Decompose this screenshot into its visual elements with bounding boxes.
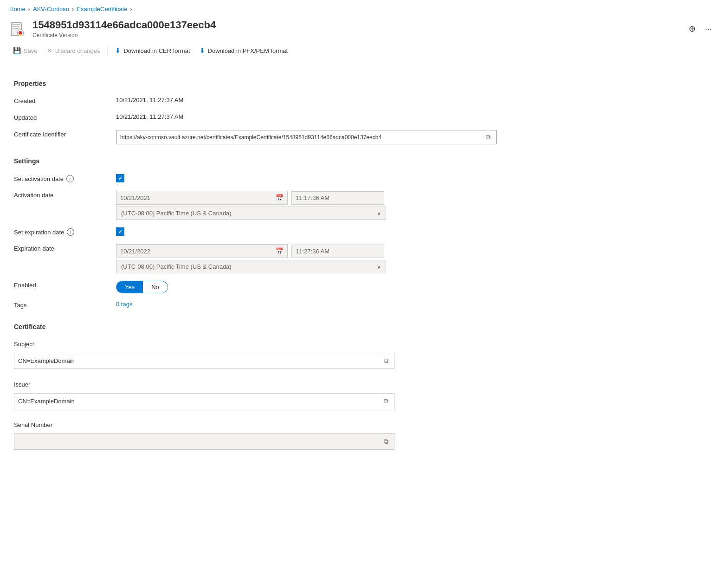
- copy-serial-button[interactable]: ⧉: [382, 437, 390, 446]
- breadcrumb-sep-2: ›: [72, 6, 74, 13]
- save-button[interactable]: 💾 Save: [9, 44, 41, 57]
- svg-rect-2: [12, 26, 19, 27]
- breadcrumb-akv[interactable]: AKV-Contoso: [33, 6, 69, 13]
- breadcrumb-sep-1: ›: [28, 6, 30, 13]
- settings-section-header: Settings: [14, 157, 543, 165]
- activation-date-row: Activation date 10/21/2021 📅 11:17:36 AM…: [14, 187, 543, 224]
- header-title-block: 1548951d93114e66adca000e137eecb4 Certifi…: [32, 19, 680, 39]
- expiration-calendar-icon: 📅: [276, 247, 284, 255]
- activation-date-field-label: Activation date: [14, 191, 116, 199]
- subject-input: CN=ExampleDomain ⧉: [14, 353, 394, 369]
- expiration-date-checkbox[interactable]: [116, 227, 124, 236]
- breadcrumb: Home › AKV-Contoso › ExampleCertificate …: [0, 0, 723, 15]
- expiration-date-input[interactable]: 10/21/2022 📅: [116, 244, 288, 258]
- subject-label: Subject: [14, 340, 116, 348]
- toolbar: 💾 Save ✕ Discard changes ⬇ Download in C…: [0, 40, 723, 61]
- activation-time-val: 11:17:36 AM: [296, 194, 329, 201]
- svg-rect-3: [12, 28, 19, 29]
- activation-date-input[interactable]: 10/21/2021 📅: [116, 191, 288, 205]
- toolbar-divider: [107, 46, 108, 55]
- expiration-timezone-select[interactable]: (UTC-08:00) Pacific Time (US & Canada) ∨: [116, 260, 386, 273]
- issuer-row: Issuer: [14, 376, 543, 393]
- activation-calendar-icon: 📅: [276, 194, 284, 201]
- cert-identifier-value: https://akv-contoso.vault.azure.net/cert…: [116, 130, 543, 144]
- more-button[interactable]: ···: [703, 22, 714, 36]
- activation-timezone-select[interactable]: (UTC-08:00) Pacific Time (US & Canada) ∨: [116, 207, 386, 220]
- tags-row: Tags 0 tags: [14, 297, 543, 314]
- subject-input-val: CN=ExampleDomain: [18, 357, 382, 364]
- activation-date-checkbox[interactable]: [116, 174, 124, 182]
- subject-input-container: CN=ExampleDomain ⧉: [14, 353, 394, 369]
- updated-label: Updated: [14, 113, 116, 121]
- serial-number-row: Serial Number: [14, 417, 543, 433]
- issuer-label: Issuer: [14, 380, 116, 388]
- page-title: 1548951d93114e66adca000e137eecb4: [32, 19, 680, 31]
- expiration-date-field-label: Expiration date: [14, 244, 116, 252]
- created-label: Created: [14, 97, 116, 104]
- tags-label: Tags: [14, 301, 116, 309]
- identifier-input: https://akv-contoso.vault.azure.net/cert…: [116, 130, 497, 144]
- properties-section-header: Properties: [14, 80, 543, 87]
- updated-value: 10/21/2021, 11:27:37 AM: [116, 113, 543, 120]
- serial-number-label: Serial Number: [14, 420, 116, 428]
- expiration-date-info-icon[interactable]: i: [67, 228, 74, 236]
- set-expiration-date-label: Set expiration date i: [14, 227, 116, 236]
- save-icon: 💾: [13, 47, 21, 54]
- expiration-time-input[interactable]: 11:27:36 AM: [291, 245, 384, 258]
- expiration-timezone-label: (UTC-08:00) Pacific Time (US & Canada): [121, 263, 377, 270]
- identifier-url: https://akv-contoso.vault.azure.net/cert…: [120, 134, 484, 141]
- cert-identifier-label: Certificate Identifier: [14, 130, 116, 138]
- copy-issuer-button[interactable]: ⧉: [382, 396, 390, 406]
- discard-label: Discard changes: [55, 47, 100, 54]
- breadcrumb-home[interactable]: Home: [9, 6, 26, 13]
- subject-row: Subject: [14, 336, 543, 353]
- activation-timezone-chevron: ∨: [377, 210, 381, 217]
- activation-date-info-icon[interactable]: i: [66, 175, 74, 182]
- expiration-date-row-inputs: 10/21/2022 📅 11:27:36 AM: [116, 244, 497, 258]
- certificate-section-header: Certificate: [14, 323, 543, 330]
- copy-identifier-button[interactable]: ⧉: [484, 132, 492, 142]
- discard-icon: ✕: [47, 47, 52, 54]
- activation-date-row-inputs: 10/21/2021 📅 11:17:36 AM: [116, 191, 497, 205]
- content-area: Properties Created 10/21/2021, 11:27:37 …: [0, 61, 557, 463]
- tags-link[interactable]: 0 tags: [116, 301, 132, 308]
- save-label: Save: [24, 47, 38, 54]
- created-row: Created 10/21/2021, 11:27:37 AM: [14, 93, 543, 110]
- set-expiration-date-row: Set expiration date i: [14, 224, 543, 240]
- enabled-toggle-control[interactable]: Yes No: [116, 281, 168, 293]
- breadcrumb-sep-3: ›: [130, 6, 132, 13]
- created-value: 10/21/2021, 11:27:37 AM: [116, 97, 543, 103]
- issuer-input: CN=ExampleDomain ⧉: [14, 393, 394, 409]
- set-activation-date-value: [116, 174, 543, 182]
- enabled-value: Yes No: [116, 281, 543, 293]
- serial-input-container: ⧉: [14, 433, 394, 450]
- expiration-date-val: 10/21/2022: [120, 248, 276, 255]
- download-pfx-icon: ⬇: [200, 47, 205, 54]
- expiration-time-val: 11:27:36 AM: [296, 248, 329, 255]
- expiration-timezone-chevron: ∨: [377, 264, 381, 270]
- expiration-date-fields: 10/21/2022 📅 11:27:36 AM (UTC-08:00) Pac…: [116, 244, 543, 273]
- tags-value: 0 tags: [116, 301, 543, 308]
- download-cer-button[interactable]: ⬇ Download in CER format: [111, 44, 194, 57]
- svg-rect-1: [12, 24, 20, 25]
- download-cer-icon: ⬇: [115, 47, 121, 54]
- page-subtitle: Certificate Version: [32, 32, 680, 39]
- set-activation-date-row: Set activation date i: [14, 170, 543, 187]
- issuer-input-container: CN=ExampleDomain ⧉: [14, 393, 394, 409]
- download-pfx-button[interactable]: ⬇ Download in PFX/PEM format: [196, 44, 292, 57]
- pin-button[interactable]: ⊕: [687, 22, 697, 36]
- enabled-label: Enabled: [14, 281, 116, 289]
- set-activation-date-label: Set activation date i: [14, 174, 116, 182]
- toggle-yes-option[interactable]: Yes: [116, 281, 143, 293]
- set-expiration-date-value: [116, 227, 543, 236]
- page-header: 1548951d93114e66adca000e137eecb4 Certifi…: [0, 15, 723, 40]
- download-pfx-label: Download in PFX/PEM format: [208, 47, 288, 54]
- toggle-no-option[interactable]: No: [143, 281, 168, 293]
- discard-button[interactable]: ✕ Discard changes: [43, 44, 104, 57]
- updated-row: Updated 10/21/2021, 11:27:37 AM: [14, 110, 543, 126]
- enabled-row: Enabled Yes No: [14, 277, 543, 297]
- copy-subject-button[interactable]: ⧉: [382, 356, 390, 366]
- serial-input: ⧉: [14, 433, 394, 450]
- activation-time-input[interactable]: 11:17:36 AM: [291, 191, 384, 205]
- breadcrumb-cert[interactable]: ExampleCertificate: [77, 6, 127, 13]
